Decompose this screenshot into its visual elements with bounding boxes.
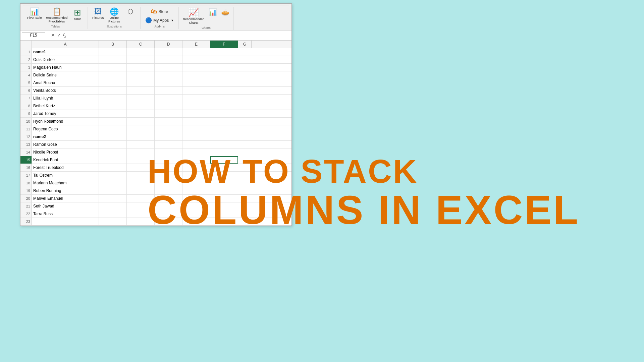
cell-d[interactable] <box>155 48 182 56</box>
cell-b[interactable] <box>99 187 127 194</box>
table-row[interactable]: 2Odis Durfee <box>20 56 291 64</box>
cell-e[interactable] <box>182 202 210 210</box>
cell-e[interactable] <box>182 164 210 171</box>
cell-b[interactable] <box>99 125 127 133</box>
col-header-c[interactable]: C <box>127 41 155 48</box>
cell-a[interactable]: Seth Jawad <box>32 202 99 210</box>
cell-e[interactable] <box>182 125 210 133</box>
col-header-a[interactable]: A <box>32 41 99 48</box>
cell-f[interactable] <box>210 56 238 63</box>
cell-d[interactable] <box>155 79 182 86</box>
cell-g[interactable] <box>238 195 252 202</box>
cell-f[interactable] <box>210 71 238 79</box>
myapps-button[interactable]: 🔵 My Apps ▼ <box>143 16 176 24</box>
col-header-f[interactable]: F <box>210 41 238 48</box>
cell-a[interactable]: Tai Ostrem <box>32 172 99 179</box>
cell-c[interactable] <box>127 210 155 218</box>
cell-b[interactable] <box>99 87 127 94</box>
cell-c[interactable] <box>127 56 155 63</box>
cell-f[interactable] <box>210 218 238 225</box>
cell-g[interactable] <box>238 133 252 140</box>
cell-d[interactable] <box>155 141 182 148</box>
cell-b[interactable] <box>99 110 127 117</box>
cell-d[interactable] <box>155 195 182 202</box>
recommended-charts-button[interactable]: 📈 RecommendedCharts <box>181 7 206 25</box>
cell-g[interactable] <box>238 48 252 56</box>
cell-a[interactable]: Nicolle Propst <box>32 148 99 156</box>
table-row[interactable]: 23 <box>20 218 291 226</box>
cell-b[interactable] <box>99 141 127 148</box>
col-header-g[interactable]: G <box>238 41 252 48</box>
cell-e[interactable] <box>182 218 210 225</box>
cell-f[interactable] <box>210 79 238 86</box>
cell-e[interactable] <box>182 64 210 71</box>
cell-e[interactable] <box>182 187 210 194</box>
cell-a[interactable]: Ruben Running <box>32 187 99 194</box>
cell-b[interactable] <box>99 148 127 156</box>
cell-f[interactable] <box>210 102 238 110</box>
cell-b[interactable] <box>99 164 127 171</box>
cell-g[interactable] <box>238 64 252 71</box>
cell-g[interactable] <box>238 210 252 218</box>
cell-f[interactable] <box>210 64 238 71</box>
cell-a[interactable]: Odis Durfee <box>32 56 99 63</box>
cell-c[interactable] <box>127 202 155 210</box>
cell-f[interactable] <box>210 179 238 187</box>
cell-e[interactable] <box>182 102 210 110</box>
cell-b[interactable] <box>99 102 127 110</box>
cell-d[interactable] <box>155 218 182 225</box>
table-row[interactable]: 17Tai Ostrem <box>20 172 291 179</box>
cell-b[interactable] <box>99 64 127 71</box>
cell-e[interactable] <box>182 179 210 187</box>
cell-e[interactable] <box>182 172 210 179</box>
cell-b[interactable] <box>99 210 127 218</box>
cell-c[interactable] <box>127 71 155 79</box>
table-row[interactable]: 8Bethel Kurtz <box>20 102 291 110</box>
cell-g[interactable] <box>238 179 252 187</box>
cell-d[interactable] <box>155 110 182 117</box>
cell-f[interactable] <box>210 156 238 164</box>
table-button[interactable]: ⊞ Table <box>70 7 85 21</box>
table-row[interactable]: 15Kendrick Font <box>20 156 291 164</box>
cell-b[interactable] <box>99 71 127 79</box>
cell-f[interactable] <box>210 210 238 218</box>
cell-e[interactable] <box>182 141 210 148</box>
cell-d[interactable] <box>155 202 182 210</box>
table-row[interactable]: 9Jarod Tomey <box>20 110 291 118</box>
table-row[interactable]: 6Venita Boots <box>20 87 291 95</box>
cell-c[interactable] <box>127 148 155 156</box>
cell-a[interactable] <box>32 218 99 225</box>
cell-g[interactable] <box>238 172 252 179</box>
cell-c[interactable] <box>127 141 155 148</box>
cell-c[interactable] <box>127 79 155 86</box>
cell-g[interactable] <box>238 102 252 110</box>
cell-a[interactable]: Hyon Rosamond <box>32 118 99 125</box>
pie-chart-button[interactable]: 🥧 <box>220 7 231 17</box>
col-header-b[interactable]: B <box>99 41 127 48</box>
cell-a[interactable]: Lilla Huynh <box>32 95 99 102</box>
cell-b[interactable] <box>99 195 127 202</box>
cell-c[interactable] <box>127 110 155 117</box>
cell-g[interactable] <box>238 87 252 94</box>
cell-a[interactable]: Magdalen Haun <box>32 64 99 71</box>
cell-g[interactable] <box>238 71 252 79</box>
cell-a[interactable]: name2 <box>32 133 99 140</box>
cell-a[interactable]: Bethel Kurtz <box>32 102 99 110</box>
cell-c[interactable] <box>127 133 155 140</box>
cell-a[interactable]: Marivel Emanuel <box>32 195 99 202</box>
cell-a[interactable]: Tarra Russi <box>32 210 99 218</box>
cell-a[interactable]: Kendrick Font <box>32 156 99 164</box>
pivot-table-button[interactable]: 📊 PivotTable <box>26 7 43 20</box>
table-row[interactable]: 21Seth Jawad <box>20 202 291 210</box>
myapps-dropdown-icon[interactable]: ▼ <box>171 19 174 22</box>
cell-g[interactable] <box>238 56 252 63</box>
cell-e[interactable] <box>182 110 210 117</box>
cell-c[interactable] <box>127 187 155 194</box>
confirm-formula-icon[interactable]: ✓ <box>57 33 61 38</box>
cell-d[interactable] <box>155 102 182 110</box>
cell-c[interactable] <box>127 195 155 202</box>
cell-g[interactable] <box>238 218 252 225</box>
cell-f[interactable] <box>210 48 238 56</box>
cell-f[interactable] <box>210 110 238 117</box>
bar-chart-button[interactable]: 📊 <box>207 7 218 17</box>
